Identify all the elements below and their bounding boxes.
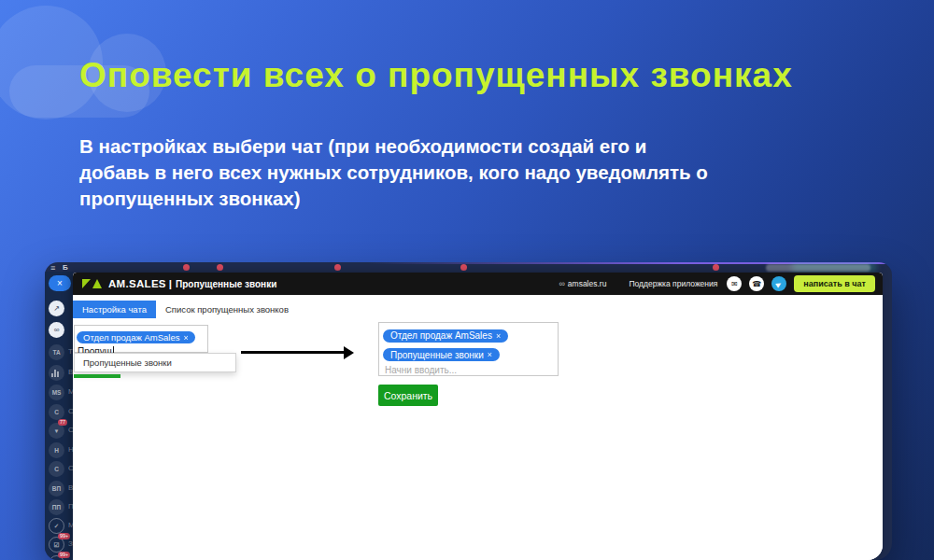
site-link[interactable]: amsales.ru (568, 279, 607, 288)
chip-label: Пропущенные звонки (390, 350, 484, 360)
tab-bar: Настройка чата Список пропущенных звонко… (73, 301, 298, 318)
progress-bar (74, 374, 120, 378)
link-icon: ∞ (559, 279, 564, 288)
suggestion-item[interactable]: Пропущенные звонки (83, 357, 172, 368)
notification-dot (183, 264, 190, 271)
chip-remove-icon[interactable]: × (488, 350, 492, 359)
page-description: В настройках выбери чат (при необходимос… (79, 133, 719, 212)
external-link-icon: ↗ (49, 301, 64, 316)
suggestion-dropdown: Пропущенные звонки (74, 353, 236, 372)
input-placeholder: Начни вводить... (385, 365, 554, 375)
avatar: С (49, 461, 64, 477)
chat-select-input[interactable]: Отдел продаж AmSales × Пропущ (74, 325, 208, 353)
attachment-icon: ∞ (49, 322, 64, 338)
chip-remove-icon[interactable]: × (183, 333, 188, 343)
tab-chat-settings[interactable]: Настройка чата (73, 301, 156, 318)
paper-plane-glyph: ▶ (774, 280, 783, 289)
header-actions: ∞ amsales.ru Поддержка приложения ✉ ☎ ▶ … (559, 275, 875, 292)
page-title: Оповести всех о пропущенных звонках (79, 56, 793, 95)
brand-name: AM.SALES (108, 278, 166, 289)
arrow-right-icon (241, 351, 346, 354)
modal-title: Пропущенные звонки (176, 279, 276, 289)
notification-dot (334, 264, 341, 271)
save-button[interactable]: Сохранить (378, 385, 438, 406)
write-to-chat-button[interactable]: написать в чат (794, 275, 875, 292)
blurred-searchbar (766, 264, 870, 272)
amsales-logo-icon (82, 279, 102, 288)
avatar: С (49, 404, 64, 420)
selected-chip: Отдел продаж AmSales × (383, 329, 508, 343)
close-icon: × (57, 278, 63, 288)
modal-body: Настройка чата Список пропущенных звонко… (73, 295, 883, 560)
avatar: ПП (49, 499, 64, 515)
unread-badge: 99+ (58, 533, 70, 539)
phone-icon[interactable]: ☎ (749, 276, 764, 291)
chip-label: Отдел продаж AmSales (390, 330, 492, 341)
page: Оповести всех о пропущенных звонках В на… (0, 0, 934, 560)
telegram-icon[interactable]: ▶ (771, 276, 786, 291)
avatar: ВП (49, 481, 64, 497)
close-button[interactable]: × (49, 275, 71, 291)
chip-remove-icon[interactable]: × (496, 331, 501, 341)
avatar: Н (49, 442, 64, 458)
app-modal: AM.SALES | Пропущенные звонки ∞ amsales.… (73, 273, 883, 560)
mail-icon[interactable]: ✉ (727, 276, 742, 291)
chart-icon (49, 365, 64, 381)
chat-sidebar: × ↗ ∞ TA T В MS М С (45, 272, 73, 560)
check-circle-icon: ✓ (49, 518, 64, 534)
chat-select-result[interactable]: Отдел продаж AmSales × Пропущенные звонк… (378, 322, 559, 376)
support-link[interactable]: Поддержка приложения (629, 279, 717, 288)
app-screenshot-window: ≡ Б × ↗ ∞ TA T (45, 262, 892, 560)
avatar: MS (49, 385, 64, 400)
notification-dot (217, 264, 223, 271)
tab-missed-calls-list[interactable]: Список пропущенных звонков (156, 301, 298, 318)
app-header: AM.SALES | Пропущенные звонки ∞ amsales.… (73, 273, 883, 295)
notification-dot (713, 264, 719, 271)
avatar: TA (49, 344, 64, 360)
unread-badge: 77 (58, 419, 67, 426)
selected-chip: Пропущенные звонки × (383, 348, 500, 361)
chip-label: Отдел продаж AmSales (83, 332, 179, 343)
background-window-title: Б (63, 263, 68, 272)
brand-divider: | (169, 278, 172, 289)
selected-chip: Отдел продаж AmSales × (77, 331, 195, 343)
notification-dot (460, 264, 467, 271)
unread-badge: 99+ (58, 552, 70, 558)
